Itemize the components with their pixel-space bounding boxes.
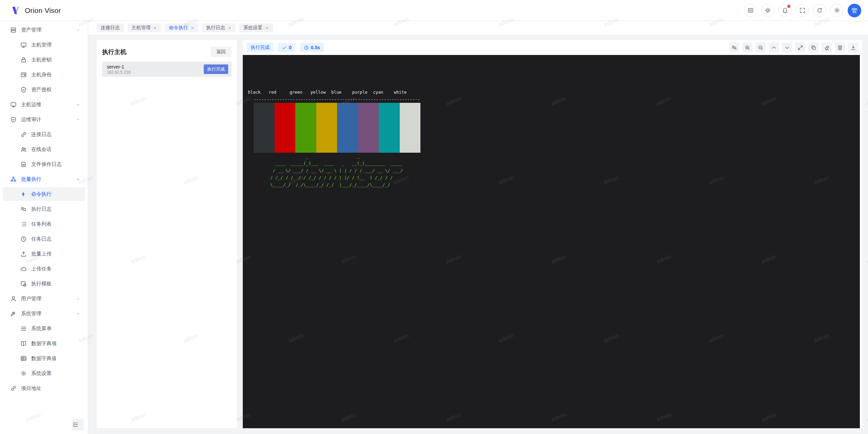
clear-button[interactable] <box>822 42 832 53</box>
sidebar-item-label: 执行日志 <box>31 206 52 212</box>
sidebar-item-asset-auth[interactable]: 资产授权 <box>3 83 85 96</box>
sidebar-item-batch-upload[interactable]: 批量上传 <box>3 247 85 261</box>
color-dashes: -------- <box>316 96 337 103</box>
download-icon <box>850 45 856 51</box>
link-icon <box>20 131 27 138</box>
sidebar-item-label: 数据字典值 <box>31 355 57 362</box>
tab-connect-log[interactable]: 连接日志 <box>97 23 124 32</box>
color-dashes: -------- <box>358 96 379 103</box>
color-names-row: blackredgreenyellowbluepurplecyanwhite <box>248 89 860 96</box>
sidebar-item-label: 数据字典项 <box>31 340 57 347</box>
back-button[interactable]: 返回 <box>211 47 232 57</box>
sidebar-item-label: 系统设置 <box>31 370 52 377</box>
tab-system-setting[interactable]: 系统设置 <box>239 23 273 32</box>
sidebar-item-host-manage[interactable]: 主机管理 <box>3 38 85 52</box>
chevron-up-icon <box>76 117 80 122</box>
close-icon[interactable] <box>228 26 232 30</box>
close-icon[interactable] <box>153 26 157 30</box>
close-icon[interactable] <box>265 26 269 30</box>
sidebar-item-file-op-log[interactable]: 文件操作日志 <box>3 157 85 171</box>
fullscreen-button[interactable] <box>796 4 809 17</box>
sidebar-item-ops-audit[interactable]: 运维审计 <box>3 113 85 126</box>
sidebar-item-exec-template[interactable]: 执行模板 <box>3 277 85 290</box>
header-actions: 管 <box>744 4 861 17</box>
color-block-cyan <box>379 103 400 153</box>
sidebar-item-label: 主机密钥 <box>31 57 52 63</box>
zoom-out-button[interactable] <box>755 42 766 53</box>
settings-button[interactable] <box>830 4 843 17</box>
delete-button[interactable] <box>835 42 845 53</box>
color-block-purple <box>358 103 379 153</box>
sidebar-item-task-log[interactable]: 任务日志 <box>3 232 85 246</box>
sidebar-item-project-url[interactable]: 项目地址 <box>3 381 85 395</box>
sidebar-item-label: 系统菜单 <box>31 325 52 332</box>
tab-host-manage[interactable]: 主机管理 <box>127 23 161 32</box>
sidebar-item-label: 连接日志 <box>31 131 52 138</box>
sidebar-item-dict-value[interactable]: 数据字典值 <box>3 352 85 365</box>
collapse-sidebar-button[interactable] <box>72 418 84 431</box>
sidebar-item-host-key[interactable]: 主机密钥 <box>3 53 85 67</box>
chevron-up-icon <box>76 312 80 316</box>
color-name-white: white <box>394 89 415 96</box>
sidebar-item-host-ops[interactable]: 主机运维 <box>3 98 85 111</box>
clock-icon <box>304 45 309 50</box>
sidebar-item-label: 批量上传 <box>31 251 52 257</box>
sidebar-item-exec-log[interactable]: 执行日志 <box>3 202 85 216</box>
sidebar-item-label: 任务日志 <box>31 236 52 242</box>
notifications-button[interactable] <box>778 4 791 17</box>
color-block-red <box>275 103 296 153</box>
color-name-black: black <box>248 89 269 96</box>
color-name-purple: purple <box>352 89 373 96</box>
app-logo: Orion Visor <box>11 5 61 16</box>
tab-exec-log[interactable]: 执行日志 <box>202 23 236 32</box>
sidebar-item-user-manage[interactable]: 用户管理 <box>3 292 85 305</box>
sidebar-item-command-exec[interactable]: 命令执行 <box>3 187 85 201</box>
sidebar-item-connect-log[interactable]: 连接日志 <box>3 128 85 141</box>
sidebar-item-task-list[interactable]: 任务列表 <box>3 217 85 231</box>
shield-icon <box>10 116 17 123</box>
sidebar-item-label: 用户管理 <box>21 296 41 302</box>
color-dashes: -------- <box>379 96 400 103</box>
app-header: Orion Visor 管 <box>0 0 868 21</box>
sidebar-item-label: 资产管理 <box>21 27 41 33</box>
scroll-bottom-button[interactable] <box>782 42 792 53</box>
sidebar-item-system-setting[interactable]: 系统设置 <box>3 366 85 380</box>
sidebar-item-label: 资产授权 <box>31 87 52 93</box>
host-item[interactable]: server-1 182.92.5.218 执行完成 <box>102 62 232 77</box>
sidebar-item-host-identity[interactable]: 主机身份 <box>3 68 85 81</box>
sidebar-item-dict-key[interactable]: 数据字典项 <box>3 337 85 350</box>
sidebar-item-assets[interactable]: 资产管理 <box>3 23 85 37</box>
expand-button[interactable] <box>795 42 805 53</box>
refresh-button[interactable] <box>813 4 826 17</box>
file-icon <box>20 161 27 168</box>
close-icon[interactable] <box>191 26 194 30</box>
theme-button[interactable] <box>761 4 774 17</box>
download-button[interactable] <box>848 42 858 53</box>
color-block-white <box>400 103 421 153</box>
list-icon <box>20 221 27 227</box>
terminal-actions <box>729 42 858 53</box>
copy-icon <box>811 45 816 51</box>
sidebar-item-online-session[interactable]: 在线会话 <box>3 143 85 156</box>
color-name-cyan: cyan <box>373 89 394 96</box>
sidebar-item-label: 项目地址 <box>21 385 41 392</box>
chevron-down-icon <box>76 297 80 301</box>
copy-button[interactable] <box>808 42 818 53</box>
sidebar-item-upload-task[interactable]: 上传任务 <box>3 262 85 276</box>
wrench-icon <box>10 310 17 317</box>
color-name-green: green <box>290 89 311 96</box>
sidebar-item-system-menu[interactable]: 系统菜单 <box>3 322 85 335</box>
tab-command-exec[interactable]: 命令执行 <box>165 23 198 32</box>
tab-label: 连接日志 <box>101 25 120 31</box>
zoom-in-button[interactable] <box>742 42 752 53</box>
scroll-top-button[interactable] <box>769 42 779 53</box>
sidebar-item-batch-exec[interactable]: 批量执行 <box>3 172 85 186</box>
upload-icon <box>20 251 27 257</box>
sidebar-item-system-manage[interactable]: 系统管理 <box>3 307 85 320</box>
user-avatar[interactable]: 管 <box>848 4 861 17</box>
tab-label: 主机管理 <box>132 25 151 31</box>
console-button[interactable] <box>744 4 757 17</box>
color-dashes: -------- <box>275 96 296 103</box>
sidebar-item-label: 执行模板 <box>31 281 52 287</box>
search-button[interactable] <box>729 42 739 53</box>
